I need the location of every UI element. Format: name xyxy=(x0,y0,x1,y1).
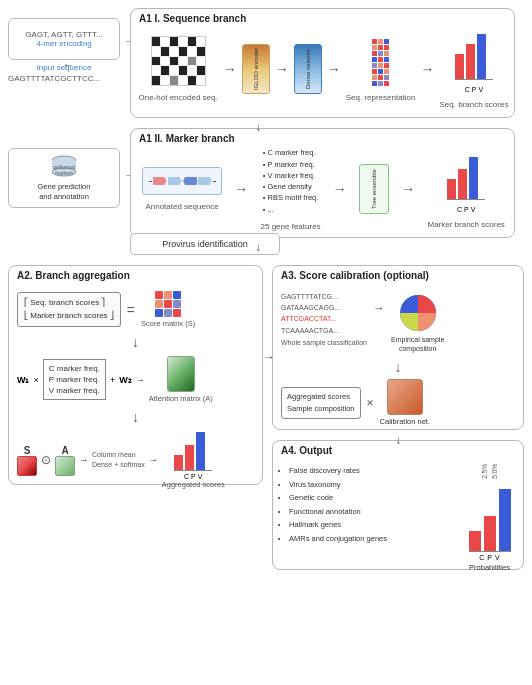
whole-sample-label: Whole sample classification xyxy=(281,339,367,346)
annot-seq-item: Annotated sequence xyxy=(142,167,222,211)
a1-seq-title: A1 I. Sequence branch xyxy=(131,9,514,28)
prob-bar-p xyxy=(484,516,496,551)
cpv-seq-item: CPV Seq. branch scores xyxy=(440,30,509,109)
prob-bars xyxy=(469,482,511,552)
prob-bar-c xyxy=(469,531,481,551)
probabilities-label: Probabilities xyxy=(469,563,510,572)
arrow-marker2: → xyxy=(333,182,347,196)
agg-scores-box: Aggregated scores Sample composition xyxy=(281,387,361,419)
a2-content: ⎡ Seq. branch scores ⎤ ⎣ Marker branch s… xyxy=(9,285,262,503)
arrow-down-to-gene: ↓ xyxy=(62,62,76,68)
seq-repr-heatmap xyxy=(372,36,389,86)
arrow-a3-down: ↓ xyxy=(281,359,515,375)
output-item-1: False discovery rates xyxy=(289,464,456,478)
bar-p-seq xyxy=(466,44,475,79)
annot-seq-visual xyxy=(142,167,222,195)
tree-item: Tree ensemble xyxy=(359,164,389,214)
output-item-5: Hallmark genes xyxy=(289,518,456,532)
bar-c-marker xyxy=(447,179,456,199)
a3-score-calibration: A3. Score calibration (optional) GAGTTTT… xyxy=(272,265,524,430)
arrow-marker-to-a2: ↓ xyxy=(255,240,261,254)
emp-sample-label: Empirical samplecomposition xyxy=(391,335,444,353)
a1-marker-branch: A1 II. Marker branch Annotated sequence xyxy=(130,128,515,238)
cpv-marker-item: CPV Marker branch scores xyxy=(427,150,504,229)
a3-top-row: GAGTTTTATCG... GATAAAGCAGG... ATTCGACCTA… xyxy=(281,291,515,353)
marker-scores-label: Marker branch scores xyxy=(427,220,504,229)
arrow-score-down: ↓ xyxy=(17,334,254,350)
a3-content: GAGTTTTATCG... GATAAAGCAGG... ATTCGACCTA… xyxy=(273,285,523,432)
agg-bar-v xyxy=(196,432,205,470)
bar-p-marker xyxy=(458,169,467,199)
onehot-label: One-hot encoded seq. xyxy=(139,93,218,102)
igloo-encoder: IGLOO encoder xyxy=(242,44,270,94)
output-item-3: Genetic code xyxy=(289,491,456,505)
agg-cpv-labels: CPV xyxy=(184,473,202,480)
bottom-row: S ⊙ A → Column mean Dense + softmax → xyxy=(17,431,254,489)
input-sequence-dna: GAGTTTTATCGCTTCC... xyxy=(8,74,128,83)
s-matrix-mini xyxy=(17,456,37,476)
col-mean-text: Column mean Dense + softmax xyxy=(92,450,145,470)
onehot-grid xyxy=(151,36,206,86)
onehot-item: One-hot encoded seq. xyxy=(139,36,218,102)
agg-bar-c xyxy=(174,455,183,470)
w-features-box: C marker freq. P marker freq. V marker f… xyxy=(43,359,106,401)
arrow-seq-to-a2: ↓ xyxy=(255,120,261,134)
encoding-label: 4-mer encoding xyxy=(36,39,92,48)
score-matrix-row: ⎡ Seq. branch scores ⎤ ⎣ Marker branch s… xyxy=(17,291,254,328)
w2-label: W₂ xyxy=(119,375,132,385)
plus-sign: + xyxy=(110,375,115,385)
seq-repr-label: Seq. representation xyxy=(346,93,416,102)
pie-chart xyxy=(396,291,440,335)
calib-net-container: Calibration net. xyxy=(380,379,430,426)
score-matrix-label: Score matrix (S) xyxy=(141,319,195,328)
a1-sequence-branch: A1 I. Sequence branch One-hot encoded se… xyxy=(130,8,515,118)
tree-ensemble: Tree ensemble xyxy=(359,164,389,214)
pct-c-label: 2.5% 5.0% xyxy=(481,464,499,480)
score-matrix-visual-container: Score matrix (S) xyxy=(141,291,195,328)
a-container: A xyxy=(55,445,75,476)
output-item-6: AMRs and conjugation genes xyxy=(289,532,456,546)
a-label: A xyxy=(61,445,68,456)
hadamard-symbol: ⊙ xyxy=(41,453,51,467)
output-list: False discovery rates Virus taxonomy Gen… xyxy=(279,464,456,572)
a2-title: A2. Branch aggregation xyxy=(9,266,262,285)
calib-net-visual xyxy=(387,379,423,415)
input-seq-box: GAGT, AGTT, GTTT... 4-mer encoding xyxy=(8,18,120,60)
main-container: GAGT, AGTT, GTTT... 4-mer encoding Input… xyxy=(0,0,532,685)
attention-row: W₁ × C marker freq. P marker freq. V mar… xyxy=(17,356,254,403)
seq-dna-text: GAGT, AGTT, GTTT... xyxy=(25,30,102,39)
dna-text-block: GAGTTTTATCG... GATAAAGCAGG... ATTCGACCTA… xyxy=(281,291,367,346)
a4-content: False discovery rates Virus taxonomy Gen… xyxy=(273,460,523,576)
prob-chart: 2.5% 5.0% CPV Probabilities xyxy=(462,464,517,572)
database-icon: geNomad markers xyxy=(49,155,79,180)
dense-item: Dense network xyxy=(294,44,322,94)
agg-cpv-chart xyxy=(174,431,212,471)
seq-repr-item: Seq. representation xyxy=(346,36,416,102)
bar-v-marker xyxy=(469,157,478,199)
a2-branch-aggregation: A2. Branch aggregation ⎡ Seq. branch sco… xyxy=(8,265,263,485)
arrow1: → xyxy=(223,62,237,76)
s-label: S xyxy=(24,445,31,456)
calib-net-label: Calibration net. xyxy=(380,417,430,426)
marker-branch-content: Annotated sequence → • C marker freq. • … xyxy=(136,149,511,229)
cpv-seq-labels: CPV xyxy=(465,86,483,93)
gene-features-list: • C marker freq. • P marker freq. • V ma… xyxy=(263,147,319,215)
prob-bar-v xyxy=(499,489,511,551)
provirus-label: Provirus identification xyxy=(162,239,248,249)
bar-c-seq xyxy=(455,54,464,79)
igloo-item: IGLOO encoder xyxy=(242,44,270,94)
equals-sign: = xyxy=(127,302,135,318)
arrow-attn-down: ↓ xyxy=(17,409,254,425)
arrow-a3-1: → xyxy=(373,301,385,315)
gene-pred-box: geNomad markers Gene predictionand annot… xyxy=(8,148,120,208)
features-count-label: 25 gene features xyxy=(261,222,321,231)
a3-bottom-row: Aggregated scores Sample composition × C… xyxy=(281,379,515,426)
seq-scores-label: Seq. branch scores xyxy=(440,100,509,109)
bar-v-seq xyxy=(477,34,486,79)
arrow-a2-to-a3: → xyxy=(263,350,275,364)
cpv-marker-labels: CPV xyxy=(457,206,475,213)
arrow3: → xyxy=(327,62,341,76)
gene-features-item: • C marker freq. • P marker freq. • V ma… xyxy=(261,147,321,231)
branch-scores-matrix: ⎡ Seq. branch scores ⎤ ⎣ Marker branch s… xyxy=(17,292,121,328)
attention-label: Attention matrix (A) xyxy=(149,394,213,403)
